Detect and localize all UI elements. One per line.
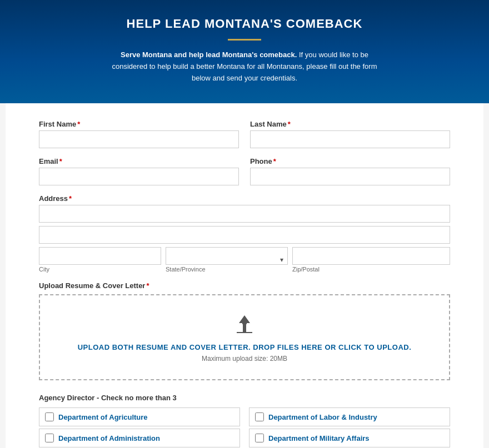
zip-sublabel: Zip/Postal [292,266,450,273]
zip-group: Zip/Postal [292,247,450,273]
header-subtitle: Serve Montana and help lead Montana's co… [106,49,383,84]
checkbox-administration[interactable]: Department of Administration [39,429,240,447]
address-section: Address* City Montana Alabama Alaska Sta… [39,194,450,273]
upload-link-text: UPLOAD BOTH RESUME AND COVER LETTER. DRO… [51,343,438,351]
checkbox-section-title: Agency Director - Check no more than 3 [39,394,450,402]
checkbox-section: Agency Director - Check no more than 3 D… [39,394,450,448]
phone-input[interactable] [250,168,450,185]
phone-label: Phone* [250,157,450,165]
checkbox-military-label: Department of Military Affairs [268,434,370,442]
checkbox-administration-input[interactable] [45,434,54,442]
checkbox-col-right: Department of Labor & Industry Departmen… [249,407,450,448]
address-line2-input[interactable] [39,226,450,244]
city-input[interactable] [39,247,161,265]
svg-marker-1 [239,315,250,324]
email-phone-row: Email* Phone* [39,157,450,185]
upload-size-text: Maximum upload size: 20MB [51,355,438,363]
checkbox-agriculture-label: Department of Agriculture [58,413,148,421]
zip-input[interactable] [292,247,450,265]
upload-label: Upload Resume & Cover Letter* [39,281,450,290]
address-line-1 [39,205,450,223]
address-bottom-row: City Montana Alabama Alaska State/Provin… [39,247,450,273]
city-group: City [39,247,161,273]
checkbox-military-input[interactable] [255,434,264,442]
first-name-label: First Name* [39,120,239,128]
checkbox-labor[interactable]: Department of Labor & Industry [249,407,450,426]
state-sublabel: State/Province [166,266,288,273]
page-title: HELP LEAD MONTANA'S COMEBACK [11,17,478,31]
last-name-group: Last Name* [250,120,450,148]
form-container: First Name* Last Name* Email* Phone* Ad [6,103,483,448]
checkbox-agriculture-input[interactable] [45,412,54,421]
header: HELP LEAD MONTANA'S COMEBACK Serve Monta… [0,0,489,103]
address-line1-input[interactable] [39,205,450,223]
upload-icon [51,312,438,339]
checkbox-agriculture[interactable]: Department of Agriculture [39,407,240,426]
checkbox-labor-input[interactable] [255,412,264,421]
email-group: Email* [39,157,239,185]
checkbox-administration-label: Department of Administration [58,434,160,442]
email-input[interactable] [39,168,239,185]
upload-box[interactable]: UPLOAD BOTH RESUME AND COVER LETTER. DRO… [39,294,450,380]
svg-rect-0 [243,324,246,332]
email-label: Email* [39,157,239,165]
first-name-group: First Name* [39,120,239,148]
city-sublabel: City [39,266,161,273]
name-row: First Name* Last Name* [39,120,450,148]
first-name-input[interactable] [39,130,239,148]
header-divider [228,39,261,41]
checkbox-labor-label: Department of Labor & Industry [268,413,377,421]
last-name-label: Last Name* [250,120,450,128]
address-line-2 [39,226,450,244]
last-name-input[interactable] [250,130,450,148]
address-label: Address* [39,194,450,203]
checkbox-col-left: Department of Agriculture Department of … [39,407,240,448]
state-group: Montana Alabama Alaska State/Province [166,247,288,273]
state-select[interactable]: Montana Alabama Alaska [166,247,288,265]
phone-group: Phone* [250,157,450,185]
checkbox-columns: Department of Agriculture Department of … [39,407,450,448]
subtitle-bold: Serve Montana and help lead Montana's co… [121,51,297,59]
checkbox-military[interactable]: Department of Military Affairs [249,429,450,447]
upload-section: Upload Resume & Cover Letter* UPLOAD BOT… [39,281,450,380]
svg-rect-2 [237,332,252,333]
